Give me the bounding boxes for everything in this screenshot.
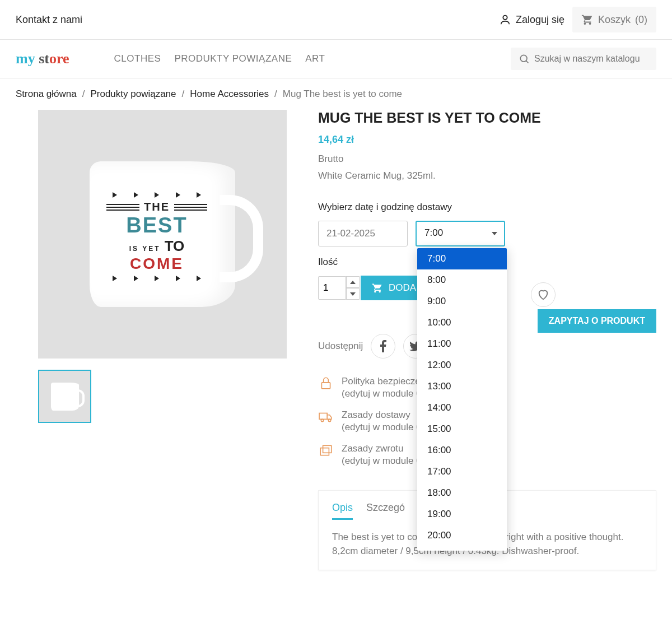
bc-accessories[interactable]: Home Accessories <box>190 89 269 100</box>
cart-icon <box>581 13 594 26</box>
time-option-13-00[interactable]: 13:00 <box>417 376 507 397</box>
svg-point-0 <box>503 16 507 20</box>
share-label: Udostępnij <box>318 341 363 352</box>
topbar: Kontakt z nami Zaloguj się Koszyk (0) <box>0 0 672 40</box>
time-option-7-00[interactable]: 7:00 <box>417 248 507 269</box>
cart-icon <box>372 282 383 294</box>
login-label: Zaloguj się <box>516 14 564 26</box>
time-option-21-00[interactable]: 21:00 <box>417 546 507 551</box>
add-cart-label: DODA <box>389 282 416 294</box>
time-option-8-00[interactable]: 8:00 <box>417 269 507 291</box>
product-price: 14,64 zł <box>318 134 656 146</box>
time-option-15-00[interactable]: 15:00 <box>417 418 507 440</box>
nav-art[interactable]: ART <box>305 53 325 64</box>
qty-up[interactable] <box>346 276 360 288</box>
tab-description[interactable]: Opis <box>332 502 353 520</box>
quantity-input[interactable] <box>318 276 346 300</box>
short-description: White Ceramic Mug, 325ml. <box>318 170 656 181</box>
qty-down[interactable] <box>346 288 360 300</box>
svg-rect-3 <box>321 383 330 389</box>
time-option-14-00[interactable]: 14:00 <box>417 397 507 418</box>
svg-point-6 <box>328 420 330 422</box>
svg-rect-7 <box>320 448 329 455</box>
time-option-12-00[interactable]: 12:00 <box>417 355 507 376</box>
bc-related[interactable]: Produkty powiązane <box>90 89 176 100</box>
bc-home[interactable]: Strona główna <box>16 89 77 100</box>
breadcrumb: Strona główna/ Produkty powiązane/ Home … <box>0 78 672 100</box>
time-option-11-00[interactable]: 11:00 <box>417 333 507 355</box>
share-facebook[interactable] <box>371 334 395 359</box>
svg-rect-4 <box>319 413 327 420</box>
time-option-16-00[interactable]: 16:00 <box>417 440 507 461</box>
search-icon <box>519 53 530 64</box>
bc-current: Mug The best is yet to come <box>283 89 402 100</box>
time-option-18-00[interactable]: 18:00 <box>417 482 507 504</box>
main-image[interactable]: THE BEST IS YET TO COME <box>38 110 287 359</box>
header: my store CLOTHES PRODUKTY POWIĄZANE ART <box>0 40 672 78</box>
logo[interactable]: my store <box>16 50 69 67</box>
cart-label: Koszyk <box>598 14 631 26</box>
lock-icon <box>318 375 334 391</box>
cart-link[interactable]: Koszyk (0) <box>572 7 656 32</box>
svg-rect-8 <box>323 446 332 453</box>
product-details: MUG THE BEST IS YET TO COME 14,64 zł Bru… <box>318 110 656 570</box>
time-option-20-00[interactable]: 20:00 <box>417 525 507 546</box>
product-gallery: THE BEST IS YET TO COME <box>16 110 301 570</box>
time-select[interactable]: 7:00 <box>416 221 505 246</box>
time-option-9-00[interactable]: 9:00 <box>417 291 507 312</box>
mug-illustration: THE BEST IS YET TO COME <box>90 161 235 307</box>
product-title: MUG THE BEST IS YET TO COME <box>318 110 656 126</box>
search-input[interactable] <box>534 54 648 64</box>
contact-link[interactable]: Kontakt z nami <box>16 14 82 26</box>
svg-point-1 <box>520 55 527 62</box>
time-option-10-00[interactable]: 10:00 <box>417 312 507 333</box>
return-icon <box>318 443 334 458</box>
delivery-label: Wybierz datę i godzinę dostawy <box>318 202 656 213</box>
login-link[interactable]: Zaloguj się <box>491 9 572 30</box>
time-dropdown: 7:008:009:0010:0011:0012:0013:0014:0015:… <box>417 248 507 551</box>
tax-label: Brutto <box>318 153 656 165</box>
date-input[interactable] <box>318 221 408 246</box>
nav-clothes[interactable]: CLOTHES <box>114 53 161 64</box>
chevron-up-icon <box>350 281 356 284</box>
time-option-19-00[interactable]: 19:00 <box>417 504 507 525</box>
chevron-down-icon <box>350 292 356 296</box>
cart-count: (0) <box>635 14 647 26</box>
tab-details[interactable]: Szczegó <box>366 502 405 520</box>
ask-product-button[interactable]: ZAPYTAJ O PRODUKT <box>538 309 656 333</box>
nav-related[interactable]: PRODUKTY POWIĄZANE <box>174 53 292 64</box>
thumbnail-1[interactable] <box>38 370 91 423</box>
search-box[interactable] <box>511 48 656 70</box>
main-nav: CLOTHES PRODUKTY POWIĄZANE ART <box>114 53 325 64</box>
person-icon <box>499 13 511 26</box>
facebook-icon <box>380 340 386 352</box>
truck-icon <box>318 409 334 425</box>
svg-point-5 <box>321 420 323 422</box>
svg-line-2 <box>526 60 528 63</box>
heart-icon <box>537 288 549 301</box>
time-option-17-00[interactable]: 17:00 <box>417 461 507 482</box>
wishlist-button[interactable] <box>531 282 556 307</box>
